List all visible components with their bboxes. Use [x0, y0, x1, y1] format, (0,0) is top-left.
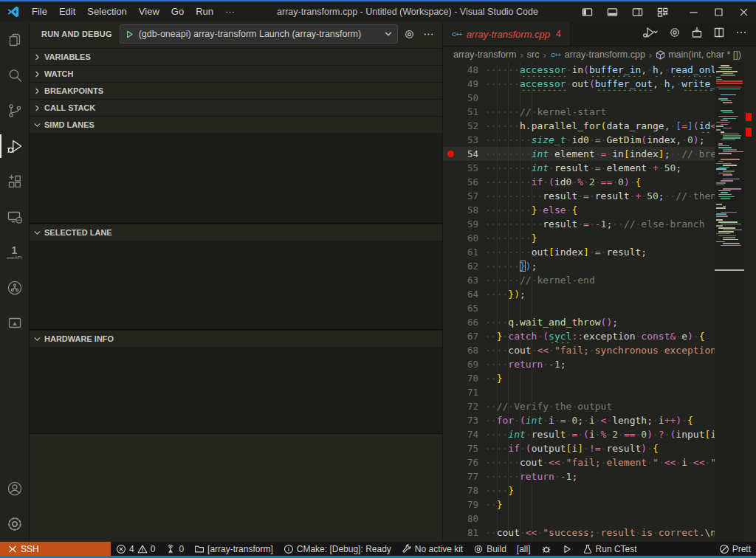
code-line-53[interactable]: 53········size_t·id0·=·GetDim(index,·0); [443, 133, 715, 147]
minimap-slider-edge[interactable] [715, 269, 744, 271]
code-line-64[interactable]: 64····}); [443, 287, 715, 301]
breadcrumb-item[interactable]: C++array-transform.cpp [550, 49, 645, 60]
status-cmake-status[interactable]: CMake: [Debug]: Ready [278, 542, 396, 556]
code-line-74[interactable]: 74····int·result·=·(i·%·2·==·0)·?·(input… [443, 427, 715, 441]
menu-edit[interactable]: Edit [53, 1, 81, 22]
menu-go[interactable]: Go [165, 1, 190, 22]
code-line-49[interactable]: 49······accessor·out(buffer_out,·h,·writ… [443, 77, 715, 91]
glyph-margin[interactable] [443, 133, 458, 147]
code-line-48[interactable]: 48······accessor·in(buffer_in,·h,·read_o… [443, 63, 715, 77]
status-cmake-project[interactable]: [array-transform] [189, 542, 278, 556]
glyph-margin[interactable] [443, 371, 458, 385]
glyph-margin[interactable] [443, 469, 458, 483]
activity-source-control[interactable] [0, 93, 30, 128]
glyph-margin[interactable] [443, 497, 458, 512]
breadcrumb-item[interactable]: main(int, char * []) [656, 49, 741, 60]
code-line-73[interactable]: 73··for·(int·i·=·0;·i·<·length;·i++)·{ [443, 413, 715, 427]
activity-explorer[interactable] [0, 22, 30, 58]
debug-config-dropdown[interactable]: (gdb-oneapi) array-transform Launch (arr… [120, 24, 398, 44]
activity-settings[interactable] [0, 506, 30, 542]
status-debug-button[interactable] [536, 542, 557, 556]
glyph-margin[interactable] [443, 315, 458, 329]
glyph-margin[interactable] [443, 105, 458, 119]
code-line-70[interactable]: 70··} [443, 371, 715, 385]
glyph-margin[interactable] [443, 526, 458, 540]
breadcrumb-item[interactable]: src [527, 49, 540, 60]
glyph-margin[interactable] [443, 259, 458, 273]
glyph-margin[interactable] [443, 385, 458, 399]
glyph-margin[interactable] [443, 483, 458, 497]
glyph-margin[interactable] [443, 119, 458, 133]
glyph-margin[interactable] [443, 77, 458, 91]
activity-search[interactable] [0, 58, 30, 93]
activity-output-panel[interactable] [0, 306, 30, 341]
glyph-margin[interactable] [443, 343, 458, 357]
import-action[interactable] [691, 27, 703, 41]
layout-sidebar-left-button[interactable] [574, 1, 599, 22]
code-line-69[interactable]: 69····return·-1; [443, 357, 715, 371]
layout-sidebar-right-button[interactable] [625, 1, 650, 22]
code-line-56[interactable]: 56········if·(id0·%·2·==·0)·{ [443, 175, 715, 189]
activity-oneapi[interactable]: 1oneAPI [0, 235, 30, 270]
glyph-margin[interactable] [443, 287, 458, 301]
section-simd-lanes[interactable]: SIMD LANES [30, 116, 442, 133]
glyph-margin[interactable] [443, 301, 458, 315]
status-run-ctest[interactable]: Run CTest [577, 542, 642, 556]
code-line-59[interactable]: 59··········result·=·-1;··//·else-branch [443, 217, 715, 231]
activity-run-and-debug[interactable] [0, 128, 30, 164]
code-line-68[interactable]: 68····cout·<<·"fail;·synchronous·excepti… [443, 343, 715, 357]
code-line-57[interactable]: 57··········result·=·result·+·50;··//·th… [443, 189, 715, 203]
status-problems[interactable]: 40 [111, 542, 160, 556]
glyph-margin[interactable] [443, 231, 458, 245]
code-line-50[interactable]: 50 [443, 91, 715, 105]
code-line-77[interactable]: 77······return·-1; [443, 469, 715, 483]
debug-more-button[interactable] [420, 26, 436, 42]
code-line-54[interactable]: 54········int·element·=·in[index];··//·b… [443, 147, 715, 161]
glyph-margin[interactable] [443, 189, 458, 203]
status-cmake-build[interactable]: Build [468, 542, 512, 556]
code-line-66[interactable]: 66····q.wait_and_throw(); [443, 315, 715, 329]
activity-extensions[interactable] [0, 164, 30, 199]
glyph-margin[interactable] [443, 63, 458, 77]
code-line-78[interactable]: 78····} [443, 483, 715, 497]
section-hardware-info[interactable]: HARDWARE INFO [30, 330, 442, 347]
section-breakpoints[interactable]: BREAKPOINTS [30, 82, 442, 99]
status-build-target[interactable]: [all] [512, 542, 536, 556]
section-variables[interactable]: VARIABLES [30, 48, 442, 65]
code-line-76[interactable]: 76······cout·<<·"fail;·element·"·<<·i·<<… [443, 455, 715, 469]
code-line-62[interactable]: 62······}); [443, 259, 715, 273]
code-line-71[interactable]: 71 [443, 385, 715, 399]
menu-file[interactable]: File [26, 1, 53, 22]
code-line-75[interactable]: 75····if·(output[i]·!=·result)·{ [443, 441, 715, 455]
activity-accounts[interactable] [0, 471, 30, 506]
code-line-72[interactable]: 72··//·Verify·the·output [443, 399, 715, 413]
breakpoint-indicator[interactable] [443, 147, 458, 161]
status-launch-button[interactable] [557, 542, 577, 556]
glyph-margin[interactable] [443, 441, 458, 455]
glyph-margin[interactable] [443, 357, 458, 371]
debug-settings-button[interactable] [401, 26, 417, 42]
glyph-margin[interactable] [443, 512, 458, 526]
layout-customize-button[interactable] [650, 1, 675, 22]
code-line-80[interactable]: 80 [443, 512, 715, 526]
breadcrumb-item[interactable]: array-transform [453, 49, 516, 60]
activity-remote-explorer[interactable] [0, 199, 30, 235]
menu-[interactable]: ··· [219, 1, 241, 22]
code-line-60[interactable]: 60········} [443, 231, 715, 245]
settings-action[interactable] [669, 27, 681, 41]
tab-array-transform[interactable]: C++ array-transform.cpp 4 [443, 22, 571, 46]
menu-run[interactable]: Run [190, 1, 219, 22]
glyph-margin[interactable] [443, 175, 458, 189]
status-ports[interactable]: 0 [160, 542, 189, 556]
glyph-margin[interactable] [443, 217, 458, 231]
glyph-margin[interactable] [443, 245, 458, 259]
section-watch[interactable]: WATCH [30, 65, 442, 82]
glyph-margin[interactable] [443, 203, 458, 217]
layout-panel-button[interactable] [599, 1, 625, 22]
debug-run-action[interactable] [642, 27, 659, 41]
glyph-margin[interactable] [443, 273, 458, 287]
status-cmake-kit[interactable]: No active kit [396, 542, 468, 556]
code-line-79[interactable]: 79··} [443, 497, 715, 512]
code-line-63[interactable]: 63······//·kernel-end [443, 273, 715, 287]
code-line-55[interactable]: 55········int·result·=·element·+·50; [443, 161, 715, 175]
